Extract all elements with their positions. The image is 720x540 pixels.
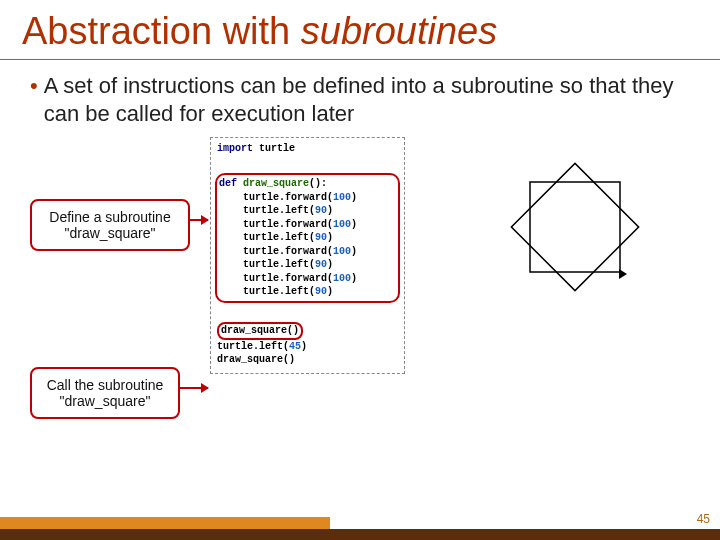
code-line: draw_square(): [217, 322, 303, 340]
code-number: 45: [289, 341, 301, 352]
code-line: turtle.left(90): [219, 231, 396, 245]
svg-marker-2: [619, 269, 627, 279]
footer-accent: [0, 517, 330, 529]
code-block: import turtle def draw_square(): turtle.…: [210, 137, 405, 374]
code-line: turtle.left(90): [219, 204, 396, 218]
bullet-dot-icon: •: [30, 72, 38, 127]
code-def-highlight: def draw_square(): turtle.forward(100) t…: [215, 173, 400, 303]
title-text-1: Abstraction with: [22, 10, 301, 52]
content-area: Define a subroutine "draw_square" Call t…: [0, 137, 720, 457]
code-line: import turtle: [217, 142, 398, 156]
callout-call-line2: "draw_square": [42, 393, 168, 409]
turtle-graphic: [440, 152, 690, 322]
code-keyword: import: [217, 143, 253, 154]
footer-base: [0, 529, 720, 540]
bullet-item: • A set of instructions can be defined i…: [0, 60, 720, 131]
bullet-text: A set of instructions can be defined int…: [44, 72, 690, 127]
arrow-icon: [190, 219, 208, 221]
title-text-2: subroutines: [301, 10, 497, 52]
code-line: turtle.left(45): [217, 340, 398, 354]
callout-call-line1: Call the subroutine: [42, 377, 168, 393]
code-line: def draw_square():: [219, 177, 396, 191]
code-call-highlight: draw_square(): [217, 320, 398, 340]
code-line: turtle.left(90): [219, 285, 396, 299]
code-keyword: def: [219, 178, 237, 189]
code-blank: [217, 307, 398, 321]
code-blank: [217, 156, 398, 170]
code-line: turtle.left(90): [219, 258, 396, 272]
slide-title: Abstraction with subroutines: [0, 0, 720, 60]
footer-bar: [0, 516, 720, 540]
code-text: ): [301, 341, 307, 352]
code-text: turtle.left(: [217, 341, 289, 352]
callout-define-line2: "draw_square": [42, 225, 178, 241]
code-funcname: draw_square: [237, 178, 309, 189]
code-text: turtle: [253, 143, 295, 154]
callout-define: Define a subroutine "draw_square": [30, 199, 190, 251]
arrow-icon: [180, 387, 208, 389]
callout-call: Call the subroutine "draw_square": [30, 367, 180, 419]
code-line: turtle.forward(100): [219, 245, 396, 259]
code-line: turtle.forward(100): [219, 272, 396, 286]
code-line: turtle.forward(100): [219, 191, 396, 205]
code-text: ():: [309, 178, 327, 189]
code-line: draw_square(): [217, 353, 398, 367]
callout-define-line1: Define a subroutine: [42, 209, 178, 225]
code-line: turtle.forward(100): [219, 218, 396, 232]
